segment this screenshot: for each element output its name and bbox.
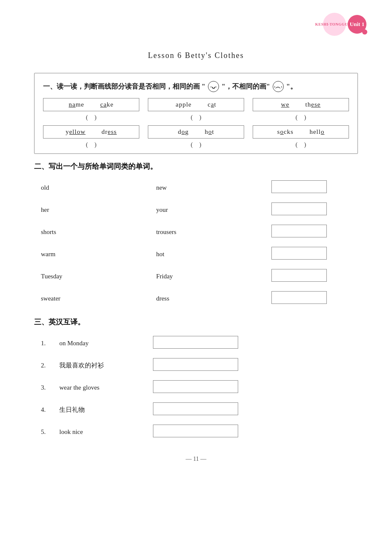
cell-trousers: trousers [149,221,264,243]
section-one-label: 一、读一读，判断画线部分读音是否相同，相同的画 " [43,82,205,91]
num-3: 3. [34,376,52,399]
section-one: 一、读一读，判断画线部分读音是否相同，相同的画 " ·ᴗ· "，不相同的画" ·… [34,73,358,154]
table-row: warm hot [34,243,358,265]
answer-wide-2[interactable] [153,358,238,371]
section-three-table: 1. on Monday 2. 我最喜欢的衬衫 3. wear the glov… [34,332,358,443]
table-row: 3. wear the gloves [34,376,358,399]
word-name: name [69,101,84,108]
word-pair-6: socks hello ( ) [253,125,349,148]
word-these: these [306,101,321,108]
section-three: 三、英汉互译。 1. on Monday 2. 我最喜欢的衬衫 3. wear … [34,317,358,443]
word-cat: cat [208,101,216,108]
table-row: her your [34,199,358,221]
answer-input-6[interactable] [271,291,327,304]
word-box-2: apple cat [148,98,244,111]
table-row: 4. 生日礼物 [34,399,358,421]
word-box-5: dog hot [148,125,244,139]
cell-ans-3 [265,221,358,243]
word-hello: hello [309,128,324,136]
bracket-1: ( ) [43,114,139,121]
cell-her: her [34,199,149,221]
word-yellow: yellow [66,128,86,136]
cell-sweater: sweater [34,287,149,309]
num-5: 5. [34,421,52,443]
answer-input-2[interactable] [271,202,327,215]
num-2: 2. [34,354,52,376]
bracket-3: ( ) [253,114,349,121]
table-row: sweater dress [34,287,358,309]
cell-new: new [149,176,264,199]
answer-wide-3[interactable] [153,380,238,393]
text-2: 我最喜欢的衬衫 [52,354,146,376]
cell-ans-2 [265,199,358,221]
table-row: shorts trousers [34,221,358,243]
word-pair-4: yellow dress ( ) [43,125,139,148]
top-logo: KESHI·TONGGUAN Unit 1 [323,13,366,36]
answer-wide-5[interactable] [153,425,238,437]
section-one-label2: "，不相同的画" [222,82,270,91]
table-row: old new [34,176,358,199]
ans-cell-2 [146,354,358,376]
text-4: 生日礼物 [52,399,146,421]
bracket-4: ( ) [43,141,139,148]
bracket-6: ( ) [253,141,349,148]
word-dress: dress [101,128,117,136]
answer-wide-4[interactable] [153,402,238,415]
cell-shorts: shorts [34,221,149,243]
section-one-label3: "。 [286,82,297,91]
word-pair-3: we these ( ) [253,98,349,121]
word-box-1: name cake [43,98,139,111]
frown-icon: ·︵· [273,81,284,92]
cell-warm: warm [34,243,149,265]
section-one-header: 一、读一读，判断画线部分读音是否相同，相同的画 " ·ᴗ· "，不相同的画" ·… [43,81,349,92]
answer-wide-1[interactable] [153,336,238,349]
ans-cell-3 [146,376,358,399]
word-pair-2: apple cat ( ) [148,98,244,121]
word-pair-1: name cake ( ) [43,98,139,121]
word-apple: apple [176,101,191,108]
table-row: 5. look nice [34,421,358,443]
words-grid: name cake ( ) apple cat ( ) we [43,98,349,148]
word-box-3: we these [253,98,349,111]
word-cake: cake [100,101,114,108]
table-row: 1. on Monday [34,332,358,354]
lesson-title: Lesson 6 Betty's Clothes [34,51,358,60]
num-1: 1. [34,332,52,354]
cell-ans-6 [265,287,358,309]
answer-input-4[interactable] [271,247,327,260]
word-hot: hot [205,128,214,136]
table-row: 2. 我最喜欢的衬衫 [34,354,358,376]
ans-cell-4 [146,399,358,421]
text-3: wear the gloves [52,376,146,399]
word-box-4: yellow dress [43,125,139,139]
smiley-icon: ·ᴗ· [208,81,219,92]
ans-cell-1 [146,332,358,354]
page-number: — 11 — [34,456,358,462]
section-two-header: 二、写出一个与所给单词同类的单词。 [34,162,358,171]
unit-badge: Unit 1 [348,15,366,34]
text-1: on Monday [52,332,146,354]
cell-ans-1 [265,176,358,199]
cell-hot: hot [149,243,264,265]
cell-your: your [149,199,264,221]
cell-ans-5 [265,265,358,287]
cell-ans-4 [265,243,358,265]
word-we: we [281,101,290,108]
num-4: 4. [34,399,52,421]
answer-input-5[interactable] [271,269,327,282]
bracket-2: ( ) [148,114,244,121]
cell-tuesday: Tuesday [34,265,149,287]
table-row: Tuesday Friday [34,265,358,287]
word-pair-5: dog hot ( ) [148,125,244,148]
ans-cell-5 [146,421,358,443]
bracket-5: ( ) [148,141,244,148]
section-two: 二、写出一个与所给单词同类的单词。 old new her your short… [34,162,358,309]
word-box-6: socks hello [253,125,349,139]
word-socks: socks [277,128,294,136]
cell-friday: Friday [149,265,264,287]
answer-input-3[interactable] [271,225,327,237]
cell-dress: dress [149,287,264,309]
word-dog: dog [178,128,189,136]
section-three-header: 三、英汉互译。 [34,317,358,327]
answer-input-1[interactable] [271,180,327,193]
